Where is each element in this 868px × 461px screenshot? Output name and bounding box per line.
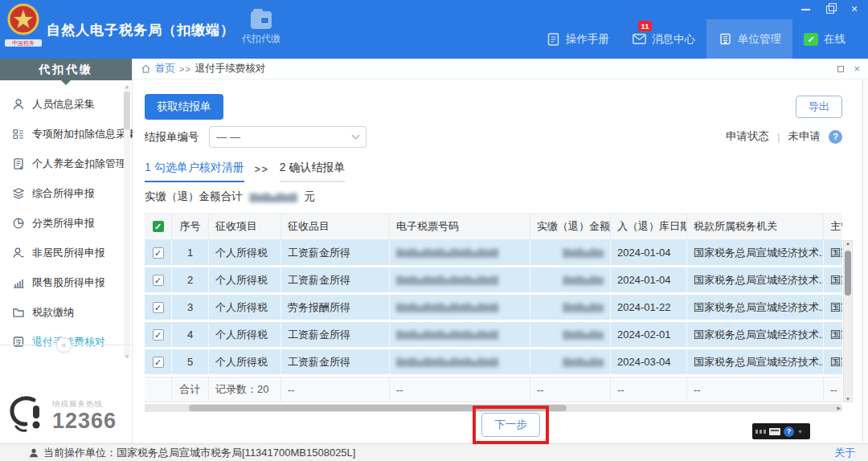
cell-subitem: 工资薪金所得 (281, 322, 390, 347)
statement-table: ✓ 序号 征收项目 征收品目 电子税票号码 实缴（退）金额 入（退）库日期 税款… (145, 213, 853, 402)
window-controls: × (800, 4, 860, 14)
col-header-ticket-no: 电子税票号码 (390, 213, 530, 240)
sidebar-item-tax-payment[interactable]: 税款缴纳 (0, 297, 132, 327)
cell-subitem: 工资薪金所得 (281, 267, 390, 292)
cell-ticket-redacted: ▇▆▇▅▇▆▇▅▇▆▇▅▇▆▇ (396, 330, 498, 339)
sidebar-item-label: 非居民所得申报 (32, 246, 105, 260)
main-panel: 首页 >> 退付手续费核对 × 获取结报单 导出 结报单编号 — — (133, 59, 868, 443)
select-all-checkbox[interactable]: ✓ (153, 221, 164, 232)
list-grid-icon (12, 128, 25, 141)
sidebar-item-label: 税款缴纳 (32, 305, 74, 320)
cell-authority: 国家税务总局宣城经济技术... (687, 240, 824, 265)
fetch-statement-button[interactable]: 获取结报单 (145, 94, 223, 120)
restore-icon[interactable] (825, 4, 836, 14)
row-checkbox[interactable]: ✓ (153, 247, 164, 259)
table-header-row: ✓ 序号 征收项目 征收品目 电子税票号码 实缴（退）金额 入（退）库日期 税款… (145, 213, 842, 240)
sidebar-item-special-deduction[interactable]: 专项附加扣除信息采集 (0, 119, 132, 149)
ime-toolbar[interactable]: ? ▼ (752, 423, 810, 439)
col-header-item: 征收项目 (209, 213, 281, 240)
cell-ticket-redacted: ▇▆▇▅▇▆▇▅▇▆▇▅▇▆▇ (396, 357, 498, 366)
statement-no-select[interactable]: — — (209, 126, 366, 148)
cell-supervisor: 国家 (824, 240, 842, 265)
panel-close-icon[interactable]: × (854, 65, 860, 73)
online-label: 在线 (824, 32, 845, 47)
tab-daikou-daijiao[interactable]: 代扣代缴 (238, 11, 285, 46)
cell-item: 个人所得税 (209, 267, 281, 292)
col-header-supervisor: 主管 (824, 213, 842, 240)
scroll-up-icon[interactable]: ▲ (124, 84, 130, 89)
row-checkbox[interactable]: ✓ (153, 329, 164, 341)
sidebar-item-restricted-shares[interactable]: 限售股所得申报 (0, 267, 132, 297)
online-icon: ✓ (804, 33, 818, 46)
nonresident-person-icon (12, 247, 25, 259)
sidebar-header: 代扣代缴 (0, 59, 132, 80)
cell-date: 2024-02-01 (611, 322, 687, 347)
sidebar-item-nonresident-income[interactable]: 非居民所得申报 (0, 238, 132, 267)
sidebar-item-personnel-info[interactable]: 人员信息采集 (0, 89, 132, 119)
sidebar-item-label: 专项附加扣除信息采集 (32, 127, 137, 141)
table-row[interactable]: ✓ 5 个人所得税 工资薪金所得 ▇▆▇▅▇▆▇▅▇▆▇▅▇▆▇ ▇▆▇▅▇▆ … (145, 349, 842, 374)
step-2-tab[interactable]: 2 确认结报单 (280, 161, 346, 182)
keyboard-icon[interactable] (769, 428, 780, 435)
manual-button[interactable]: 操作手册 (534, 19, 620, 59)
footer-dash: -- (687, 377, 824, 402)
row-checkbox[interactable]: ✓ (153, 357, 164, 368)
sidebar-collapse-button[interactable]: « (56, 337, 72, 353)
amount-summary-unit: 元 (305, 190, 316, 204)
online-status-button[interactable]: ✓ 在线 (792, 19, 857, 59)
tax-bureau-logo: 中国税务 (5, 3, 42, 47)
amount-summary-label: 实缴（退）金额合计 (145, 190, 243, 204)
org-management-button[interactable]: 单位管理 (706, 19, 792, 59)
hotline-block: 纳税服务热线 12366 (6, 394, 117, 436)
ime-help-icon[interactable]: ? (784, 426, 794, 437)
table-row[interactable]: ✓ 2 个人所得税 工资薪金所得 ▇▆▇▅▇▆▇▅▇▆▇▅▇▆▇ ▇▆▇▅▇▆ … (145, 267, 842, 292)
scroll-down-icon[interactable]: ▼ (124, 354, 130, 359)
content-area: 获取结报单 导出 结报单编号 — — 申请状态 | 未申请 ? 1 勾选单 (133, 80, 868, 443)
national-emblem-icon (7, 3, 39, 35)
breadcrumb-home-link[interactable]: 首页 (155, 62, 175, 75)
cell-ticket-redacted: ▇▆▇▅▇▆▇▅▇▆▇▅▇▆▇ (396, 303, 498, 312)
table-vertical-scrollbar[interactable]: ▲ ▼ (843, 240, 853, 402)
scroll-down-icon[interactable]: ▼ (844, 397, 852, 402)
step-1-tab[interactable]: 1 勾选单户核对清册 (145, 161, 244, 182)
cell-no: 1 (172, 240, 209, 265)
scroll-right-icon[interactable]: ▶ (837, 405, 841, 411)
sidebar-scrollbar[interactable]: ▲ ▼ (124, 85, 130, 358)
cell-date: 2024-01-22 (611, 295, 687, 320)
sidebar-item-label: 综合所得申报 (32, 186, 95, 201)
ime-menu-icon[interactable]: ▼ (797, 429, 803, 434)
ime-text-icon (755, 430, 766, 434)
help-icon[interactable]: ? (829, 130, 842, 144)
table-row[interactable]: ✓ 1 个人所得税 工资薪金所得 ▇▆▇▅▇▆▇▅▇▆▇▅▇▆▇ ▇▆▇▅▇▆ … (145, 240, 842, 265)
row-checkbox[interactable]: ✓ (153, 302, 164, 313)
table-row[interactable]: ✓ 4 个人所得税 工资薪金所得 ▇▆▇▅▇▆▇▅▇▆▇▅▇▆▇ ▇▆▇▅▇▆ … (145, 322, 842, 347)
panel-controls: × (837, 65, 860, 73)
footer-dash: -- (281, 377, 390, 402)
wallet-icon (251, 11, 272, 29)
statement-no-row: 结报单编号 — — (145, 126, 366, 148)
sidebar-item-pension-deduction[interactable]: 个人养老金扣除管理 (0, 149, 132, 178)
table-vscroll-thumb[interactable] (845, 251, 851, 296)
minimize-icon[interactable] (800, 4, 812, 14)
row-checkbox[interactable]: ✓ (153, 275, 164, 286)
footer-dash: -- (530, 377, 611, 402)
about-link[interactable]: 关于 (834, 446, 858, 460)
col-header-date: 入（退）库日期 (611, 213, 687, 240)
sidebar-scroll-thumb[interactable] (124, 92, 130, 130)
message-center-button[interactable]: 11 消息中心 (620, 19, 706, 59)
manual-label: 操作手册 (566, 32, 609, 47)
next-step-button[interactable]: 下一步 (481, 413, 540, 437)
cell-date: 2024-01-04 (611, 240, 687, 265)
folder-icon (12, 306, 25, 319)
table-row[interactable]: ✓ 3 个人所得税 劳务报酬所得 ▇▆▇▅▇▆▇▅▇▆▇▅▇▆▇ ▇▆▇▅▇▆ … (145, 295, 842, 320)
cell-subitem: 工资薪金所得 (281, 349, 390, 374)
close-icon[interactable]: × (849, 4, 860, 14)
scroll-up-icon[interactable]: ▲ (844, 241, 852, 246)
sidebar-item-label: 分类所得申报 (32, 216, 95, 230)
export-button[interactable]: 导出 (796, 96, 842, 118)
sidebar: 代扣代缴 人员信息采集 专项附加扣除信息采集 个人养老金扣除管理 综合所得申报 (0, 59, 133, 443)
sidebar-item-comprehensive-income[interactable]: 综合所得申报 (0, 178, 132, 208)
panel-restore-icon[interactable] (837, 66, 844, 72)
sidebar-item-classified-income[interactable]: 分类所得申报 (0, 208, 132, 238)
hotline-headset-icon (6, 394, 48, 436)
